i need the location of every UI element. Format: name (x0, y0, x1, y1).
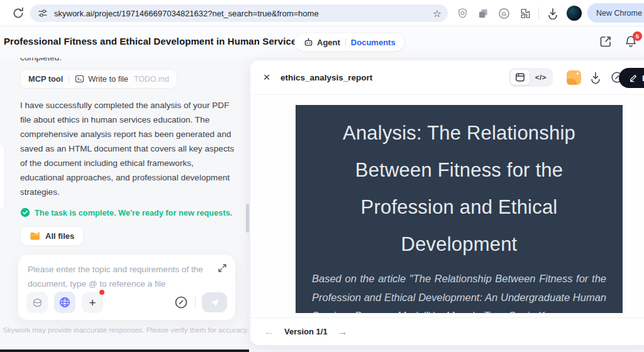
new-chrome-label: New Chrome avail (596, 9, 644, 18)
reload-icon[interactable] (11, 6, 25, 20)
profile-avatar[interactable] (567, 6, 582, 21)
tool-action-label: Write to file (88, 74, 128, 84)
download-icon[interactable] (589, 70, 602, 84)
browser-window-icon (515, 72, 525, 82)
task-status: The task is complete. We're ready for ne… (20, 207, 232, 217)
send-plane-icon (209, 297, 220, 308)
add-attachment-button[interactable]: + (82, 292, 103, 313)
globe-icon (59, 297, 70, 308)
extensions-puzzle-icon[interactable] (518, 6, 531, 20)
composer: Please enter the topic and requirements … (18, 254, 236, 321)
composer-input[interactable]: Please enter the topic and requirements … (28, 262, 216, 291)
url-text[interactable]: skywork.ai/project/1971466697034821632?n… (54, 9, 428, 18)
mode-divider (345, 38, 346, 47)
tool-card-divider (69, 75, 69, 83)
sparkle-icon: ✦ (575, 71, 580, 77)
close-icon[interactable]: × (260, 71, 273, 84)
tool-file-name: TODO.md (134, 75, 169, 84)
disclaimer-text: Skywork may provide inaccurate responses… (0, 325, 252, 335)
tab-agent-label: Agent (317, 38, 340, 47)
taskbar-edge (0, 349, 249, 352)
tool-name: MCP tool (28, 74, 63, 84)
web-search-button[interactable] (54, 292, 75, 313)
expand-composer-icon[interactable] (218, 263, 227, 273)
sidebar-drawer-handle[interactable] (0, 143, 5, 210)
notification-badge: 5 (633, 31, 642, 41)
header-actions: 5 (599, 35, 638, 48)
copy-extension-icon[interactable] (476, 6, 490, 20)
composer-divider (195, 297, 196, 308)
heading-line: Profession and Ethical (296, 189, 623, 226)
shield-extension-icon[interactable] (455, 6, 469, 20)
screen: skywork.ai/project/1971466697034821632?n… (0, 0, 644, 352)
model-icon (32, 297, 43, 308)
edit-button[interactable]: E (619, 68, 644, 88)
notification-bell-icon[interactable]: 5 (624, 35, 638, 48)
assistant-message: I have successfully completed the analys… (20, 98, 235, 199)
pencil-icon (629, 74, 638, 82)
code-icon: </> (535, 74, 547, 81)
browser-toolbar: skywork.ai/project/1971466697034821632?n… (0, 0, 644, 26)
document-title-slide: Analysis: The Relationship Between Fitne… (296, 105, 623, 313)
view-mode-toggle: </> (509, 68, 553, 87)
document-heading: Analysis: The Relationship Between Fitne… (296, 114, 623, 263)
heading-line: Between Fitness for the (296, 151, 623, 189)
check-circle-icon (20, 207, 30, 217)
open-external-icon[interactable] (599, 35, 613, 48)
code-mode-button[interactable]: </> (531, 70, 551, 85)
preview-header: × ethics_analysis_report </> ✦ ·· (250, 60, 644, 95)
template-icon-blob (567, 79, 577, 85)
new-chrome-chip[interactable]: New Chrome avail (587, 3, 644, 23)
composer-toolbar: + (26, 292, 227, 313)
toolbar-divider (538, 8, 539, 19)
attachment-icon[interactable] (174, 295, 189, 310)
previous-version-button[interactable]: ← (264, 326, 274, 338)
svg-text:G: G (501, 10, 506, 17)
mode-switcher: Agent Documents (294, 33, 405, 52)
model-selector-button[interactable] (26, 292, 48, 313)
bookmark-star-icon[interactable]: ☆ (433, 8, 441, 19)
page-title: Professional Fitness and Ethical Develop… (4, 36, 302, 47)
task-status-text: The task is complete. We're ready for ne… (35, 208, 232, 217)
chat-scrollbar[interactable] (246, 204, 249, 233)
version-bar: ← Version 1/1 → (250, 317, 644, 345)
all-files-label: All files (45, 231, 74, 241)
preview-content[interactable]: Analysis: The Relationship Between Fitne… (250, 96, 644, 317)
send-button[interactable] (202, 292, 227, 312)
all-files-button[interactable]: All files (20, 226, 84, 246)
plus-icon: + (89, 297, 96, 309)
tab-agent[interactable]: Agent (304, 38, 340, 47)
robot-icon (304, 38, 313, 47)
grammarly-extension-icon[interactable]: G (497, 6, 511, 20)
preview-mode-button[interactable] (511, 70, 530, 85)
terminal-icon (75, 74, 84, 84)
tool-call-card[interactable]: MCP tool Write to file TODO.md (20, 69, 177, 89)
heading-line: Analysis: The Relationship (296, 114, 623, 151)
site-settings-icon[interactable] (38, 8, 48, 18)
tool-action: Write to file (75, 74, 128, 84)
tab-documents[interactable]: Documents (351, 38, 396, 47)
version-label: Version 1/1 (284, 327, 328, 336)
next-version-button[interactable]: → (338, 326, 348, 338)
address-bar[interactable]: skywork.ai/project/1971466697034821632?n… (30, 4, 448, 22)
app-header: Professional Fitness and Ethical Develop… (0, 26, 644, 58)
heading-line: Development (296, 226, 623, 263)
document-preview-panel: × ethics_analysis_report </> ✦ ·· (250, 60, 644, 345)
preview-title: ethics_analysis_report (280, 73, 372, 82)
template-icon[interactable]: ✦ (567, 70, 581, 85)
notification-dot (99, 290, 104, 295)
document-subheading: Based on the article "The Relationship B… (312, 270, 606, 313)
downloads-icon[interactable] (546, 6, 560, 20)
extensions-row: G (455, 6, 582, 21)
folder-icon (30, 231, 40, 241)
